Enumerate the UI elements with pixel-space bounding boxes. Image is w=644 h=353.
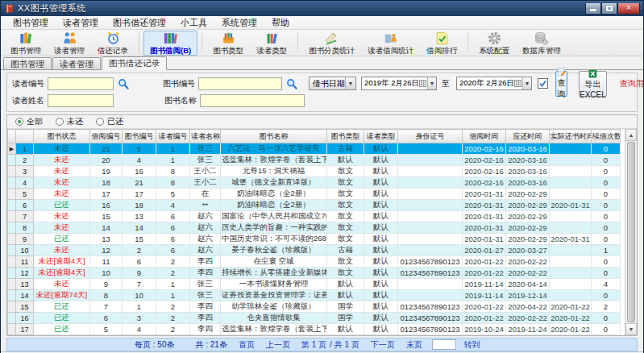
tab-读者管理[interactable]: 读者管理: [52, 57, 101, 69]
column-header-借阅编号[interactable]: 借阅编号: [90, 130, 123, 143]
table-row-2[interactable]: 2未还2041张三选堂集林：敦煌学卷（套装上下册）默认默认2020-02-162…: [8, 155, 621, 166]
close-button[interactable]: ✕: [617, 3, 640, 15]
toolbar-button-读者借阅统计[interactable]: 读者借阅统计: [361, 31, 420, 56]
query-button[interactable]: 查询: [555, 71, 567, 97]
next-page-link[interactable]: 下一页: [371, 339, 395, 351]
toolbar-button-借还记录[interactable]: 借还记录: [91, 31, 135, 56]
date-filter-checkbox[interactable]: [538, 78, 548, 89]
table-row-8[interactable]: 8未还14146赵六历史人类学的旨趣：一种实践的历史学散文默认2020-01-3…: [8, 222, 621, 234]
tab-图书借还记录[interactable]: 图书借还记录: [102, 56, 167, 70]
table-row-7[interactable]: 7未还15136赵六国富论（中华人民共和国成立70周年珍藏本）散文默认2020-…: [8, 211, 621, 222]
menu-item-2[interactable]: 图书借还管理: [106, 16, 173, 30]
toolbar-button-读者管理[interactable]: 读者管理: [48, 31, 91, 56]
table-row-11[interactable]: 11未还[逾期4天]1162李四在尘寰 空城散文默认01234567890123…: [8, 256, 621, 268]
filter-radio-已还[interactable]: 已还: [96, 116, 123, 127]
toolbar-button-读者类型[interactable]: 读者类型: [250, 31, 293, 56]
cell-book_type: 散文: [327, 211, 364, 222]
toolbar-button-图书分类统计[interactable]: 图书分类统计: [302, 31, 361, 56]
table-row-1[interactable]: ▶1未还2151张三六艺论：马一浮六艺学研究古籍默认2020-02-162020…: [8, 143, 621, 155]
date-from-picker[interactable]: 2019年 2月26日 ▼: [361, 77, 437, 90]
table-row-4[interactable]: 4未还18218王小二城堡（德文全新直译版）散文默认2020-02-162020…: [8, 177, 621, 189]
row-indicator: [8, 324, 16, 335]
cell-id_card: [398, 200, 463, 211]
toolbar-button-数据库管理[interactable]: 数据库管理: [516, 31, 567, 56]
cell-id_card: [398, 189, 463, 200]
table-row-17[interactable]: 17已还542李四选堂集林：敦煌学卷（套装上下册）默认默认01234567890…: [8, 324, 621, 335]
menu-item-1[interactable]: 读者管理: [56, 16, 106, 30]
toolbar-button-图书借阅(B)[interactable]: 图书借阅(B): [143, 31, 197, 56]
column-header-应还时间[interactable]: 应还时间: [506, 130, 550, 143]
menu-item-3[interactable]: 小工具: [173, 16, 214, 30]
minimize-button[interactable]: [585, 3, 601, 15]
column-header-图书名称[interactable]: 图书名称: [221, 130, 327, 143]
toolbar-button-系统配置[interactable]: 系统配置: [472, 31, 516, 56]
last-page-link[interactable]: 末页: [406, 339, 422, 351]
goto-page-input[interactable]: [432, 339, 456, 350]
filter-radio-未还[interactable]: 未还: [56, 116, 83, 127]
table-row-6[interactable]: 6已还16184**奶油味暗恋（全2册）散文默认2020-01-312020-0…: [8, 200, 621, 211]
export-excel-button[interactable]: 导出EXCEL: [579, 71, 607, 97]
vertical-scrollbar[interactable]: ▲ ▼: [625, 129, 637, 335]
cell-reader_name: 李四: [190, 324, 221, 335]
toolbar-button-借阅排行[interactable]: 借阅排行: [420, 31, 463, 56]
cell-reader_name: 赵六: [190, 222, 221, 234]
cell-borrow_no: 15: [90, 211, 123, 222]
table-row-16[interactable]: 16已还632李四仓央嘉措情歌集国学默认012345678901232020-0…: [8, 313, 621, 324]
filter-radio-全部[interactable]: 全部: [15, 116, 43, 127]
cell-borrow_date: 2020-01-31: [463, 200, 506, 211]
menu-item-4[interactable]: 系统管理: [214, 16, 264, 30]
table-row-13[interactable]: 13未还971张三一本书读懂财务管理默认默认2019-11-142020-04-…: [8, 279, 621, 290]
column-header-图书状态[interactable]: 图书状态: [34, 130, 90, 143]
column-header-图书类型[interactable]: 图书类型: [327, 130, 364, 143]
table-row-14[interactable]: 14未还[逾期74天]8101张三证券投资基金投资管理学：证券投资、投资管理、.…: [8, 290, 621, 301]
column-header-图书编号[interactable]: 图书编号: [123, 130, 156, 143]
column-header-读者类型[interactable]: 读者类型: [364, 130, 398, 143]
first-page-link[interactable]: 首页: [239, 339, 255, 351]
column-header-续借次数[interactable]: 续借次数: [592, 130, 621, 143]
prev-page-link[interactable]: 上一页: [266, 339, 290, 351]
cell-book_name: 一本书读懂财务管理: [221, 279, 327, 290]
toolbar-button-图书管理[interactable]: 图书管理: [4, 31, 48, 56]
table-row-5[interactable]: 5未还17175在奶油味暗恋（全2册）散文默认2020-01-312020-02…: [8, 189, 621, 200]
reader-id-input[interactable]: [48, 77, 114, 90]
table-row-12[interactable]: 12未还[逾期4天]1092李四持续增长：从零搭建企业新媒体运营体系散文默认01…: [8, 268, 621, 279]
column-header-读者编号[interactable]: 读者编号: [156, 130, 190, 143]
book-id-input[interactable]: [198, 77, 282, 90]
cell-renew_count: 0: [592, 143, 621, 155]
cell-due_date: 2020-02-29: [506, 234, 550, 245]
cell-reader_name: 李四: [190, 256, 221, 268]
scrollbar-thumb[interactable]: [627, 142, 635, 322]
cell-reader_type: 默认: [364, 279, 398, 290]
table-row-18[interactable]: 18已还451张三六艺论：马一浮六艺学研究古籍默认2019-10-242020-…: [8, 335, 621, 336]
cell-book_type: 散文: [327, 256, 364, 268]
scroll-up-icon[interactable]: ▲: [625, 129, 637, 141]
table-row-15[interactable]: 15已还712李四幼学琼林全鉴（珍藏版）国学默认0123456789012320…: [8, 301, 621, 313]
goto-button[interactable]: 转到: [464, 339, 480, 351]
cell-id_card: 01234567890123: [398, 268, 463, 279]
menu-item-0[interactable]: 图书管理: [6, 16, 56, 30]
column-header-借阅时间[interactable]: 借阅时间: [463, 130, 506, 143]
book-name-input[interactable]: [200, 94, 305, 107]
cell-renew_count: 0: [592, 189, 621, 200]
date-type-select[interactable]: 借书日期 ▼: [309, 77, 356, 90]
reader-search-icon[interactable]: [118, 77, 129, 90]
column-header-身份证号[interactable]: 身份证号: [398, 130, 463, 143]
column-header-实际还书时间[interactable]: 实际还书时间: [550, 130, 592, 143]
cell-book_no: 1: [123, 301, 156, 313]
cell-status: 未还[逾期74天]: [34, 290, 90, 301]
table-row-3[interactable]: 3未还19168王小二元尊15：洞天祸福散文默认2020-02-162020-0…: [8, 166, 621, 177]
date-to-picker[interactable]: 2020年 2月26日 ▼: [456, 77, 532, 90]
menu-item-5[interactable]: 帮助: [264, 16, 297, 30]
table-row-10[interactable]: 10未还1226赵六晏子春秋全鉴（珍藏版）古籍默认2020-01-272020-…: [8, 245, 621, 256]
tab-图书管理[interactable]: 图书管理: [3, 57, 52, 69]
reader-name-input[interactable]: [48, 94, 114, 107]
column-header-读者名称[interactable]: 读者名称: [190, 130, 221, 143]
cell-return_date: [550, 245, 592, 256]
maximize-button[interactable]: [601, 3, 617, 15]
cell-renew_count: 0: [592, 234, 621, 245]
table-row-9[interactable]: 9已还13156赵六中国历史常识：不可不读的268个中国历史常识（...散文默认…: [8, 234, 621, 245]
toolbar-button-图书类型[interactable]: 图书类型: [206, 31, 250, 56]
scroll-down-icon[interactable]: ▼: [625, 323, 637, 335]
book-search-icon[interactable]: [286, 77, 297, 90]
cell-id_card: [398, 290, 463, 301]
